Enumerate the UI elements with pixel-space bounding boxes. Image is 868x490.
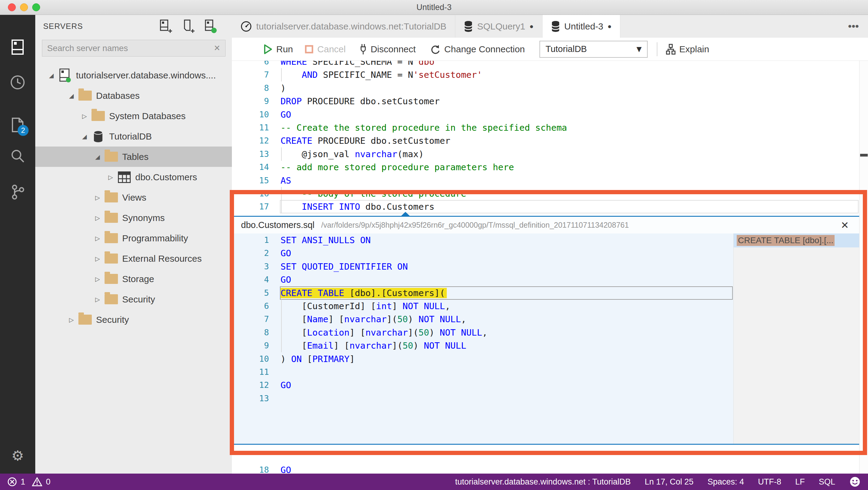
status-encoding[interactable]: UTF-8 xyxy=(758,477,781,487)
code-text: GO xyxy=(281,273,291,286)
code-line-18: 18GO xyxy=(232,463,859,473)
feedback-smiley-icon[interactable] xyxy=(849,476,861,488)
status-eol[interactable]: LF xyxy=(795,477,805,487)
open-editors-badge: 2 xyxy=(18,125,29,136)
tree-item-label: External Resources xyxy=(122,253,202,264)
tree-item-tutorialserver-database-windows-[interactable]: ◢tutorialserver.database.windows.... xyxy=(35,65,232,85)
tree-item-programmability[interactable]: ▷Programmability xyxy=(35,228,232,248)
cancel-button[interactable]: Cancel xyxy=(305,44,346,54)
tree-item-label: Programmability xyxy=(122,233,188,243)
dashboard-icon xyxy=(240,21,252,32)
peek-references-panel: CREATE TABLE [dbo].[... xyxy=(733,234,859,444)
close-icon[interactable]: ✕ xyxy=(841,219,849,231)
new-server-group-button[interactable] xyxy=(182,19,195,34)
tab-untitled-3[interactable]: Untitled-3● xyxy=(542,15,621,38)
sidebar-header: SERVERS xyxy=(35,15,232,37)
active-connections-button[interactable] xyxy=(205,19,217,34)
tree-item-security[interactable]: ▷Security xyxy=(35,309,232,330)
change-connection-button[interactable]: Change Connection xyxy=(430,44,525,55)
twisty-collapsed-icon[interactable]: ▷ xyxy=(92,235,103,242)
twisty-collapsed-icon[interactable]: ▷ xyxy=(105,174,116,181)
tree-item-system-databases[interactable]: ▷System Databases xyxy=(35,106,232,126)
sql-editor[interactable]: 6WHERE SPECIFIC_SCHEMA = N'dbo'7 AND SPE… xyxy=(232,61,868,473)
tab-label: SQLQuery1 xyxy=(477,21,525,32)
servers-icon[interactable] xyxy=(0,35,35,59)
code-text: GO xyxy=(281,378,291,392)
peek-file-path: /var/folders/9p/x5j8hphj42x95f26rn6r_gc4… xyxy=(321,221,629,229)
error-count[interactable]: 1 xyxy=(21,477,25,487)
source-control-icon[interactable] xyxy=(0,180,35,204)
folder-icon xyxy=(76,91,94,101)
folder-icon xyxy=(103,253,120,264)
tree-item-dbo-customers[interactable]: ▷dbo.Customers xyxy=(35,167,232,187)
twisty-expanded-icon[interactable]: ◢ xyxy=(46,72,57,79)
line-number: 11 xyxy=(232,365,269,379)
tree-item-synonyms[interactable]: ▷Synonyms xyxy=(35,208,232,228)
search-icon[interactable] xyxy=(0,144,35,168)
tree-item-label: Security xyxy=(96,315,129,325)
line-number: 12 xyxy=(232,378,269,392)
twisty-collapsed-icon[interactable]: ▷ xyxy=(92,296,103,303)
warning-icon[interactable] xyxy=(32,477,42,487)
run-button[interactable]: Run xyxy=(264,44,293,54)
warning-count[interactable]: 0 xyxy=(46,477,51,487)
code-text: CREATE TABLE [dbo].[Customers]( xyxy=(281,286,447,300)
dirty-indicator[interactable]: ● xyxy=(608,23,612,30)
status-language-mode[interactable]: SQL xyxy=(819,477,835,487)
disconnect-label: Disconnect xyxy=(370,44,415,54)
editor-scrollbar[interactable] xyxy=(859,61,868,473)
more-actions-icon[interactable]: ••• xyxy=(848,15,859,38)
twisty-expanded-icon[interactable]: ◢ xyxy=(92,153,103,160)
run-label: Run xyxy=(276,44,293,54)
twisty-collapsed-icon[interactable]: ▷ xyxy=(79,113,90,120)
code-line-6: 6 [CustomerId] [int] NOT NULL, xyxy=(232,299,733,313)
tree-item-tables[interactable]: ◢Tables xyxy=(35,147,232,167)
reference-list-item[interactable]: CREATE TABLE [dbo].[... xyxy=(734,234,859,247)
line-number: 3 xyxy=(232,260,269,273)
status-indentation[interactable]: Spaces: 4 xyxy=(708,477,744,487)
clear-search-icon[interactable]: ✕ xyxy=(214,43,225,53)
disconnect-button[interactable]: Disconnect xyxy=(360,43,415,55)
folder-icon xyxy=(103,233,120,243)
tree-item-external-resources[interactable]: ▷External Resources xyxy=(35,248,232,269)
tree-item-tutorialdb[interactable]: ◢TutorialDB xyxy=(35,126,232,147)
tree-item-databases[interactable]: ◢Databases xyxy=(35,85,232,106)
database-selector-dropdown[interactable]: TutorialDB ▼ xyxy=(539,41,648,58)
tab-bar: tutorialserver.database.windows.net:Tuto… xyxy=(232,15,868,38)
status-cursor-position[interactable]: Ln 17, Col 25 xyxy=(645,477,693,487)
tab-tutorialserver-database-windows-net-tutorialdb[interactable]: tutorialserver.database.windows.net:Tuto… xyxy=(232,15,455,38)
scrollbar-thumb[interactable] xyxy=(860,154,868,157)
twisty-collapsed-icon[interactable]: ▷ xyxy=(92,214,103,222)
twisty-collapsed-icon[interactable]: ▷ xyxy=(92,275,103,283)
peek-code-editor[interactable]: 1SET ANSI_NULLS ON2GO3SET QUOTED_IDENTIF… xyxy=(232,234,733,444)
task-history-icon[interactable] xyxy=(0,70,35,95)
twisty-expanded-icon[interactable]: ◢ xyxy=(79,133,90,140)
tab-label: Untitled-3 xyxy=(564,21,603,32)
twisty-collapsed-icon[interactable]: ▷ xyxy=(92,194,103,201)
error-icon[interactable] xyxy=(7,477,17,487)
open-editors-icon[interactable]: 2 xyxy=(0,113,35,137)
search-input[interactable] xyxy=(42,43,214,53)
new-connection-button[interactable] xyxy=(160,19,172,34)
tree-item-storage[interactable]: ▷Storage xyxy=(35,269,232,289)
chevron-down-icon: ▼ xyxy=(637,45,642,53)
tab-sqlquery1[interactable]: SQLQuery1● xyxy=(455,15,542,38)
dirty-indicator[interactable]: ● xyxy=(529,23,533,30)
explain-button[interactable]: Explain xyxy=(666,44,709,55)
line-number: 9 xyxy=(232,339,269,352)
twisty-collapsed-icon[interactable]: ▷ xyxy=(66,316,76,324)
settings-gear-icon[interactable]: ⚙ xyxy=(0,443,35,468)
twisty-collapsed-icon[interactable]: ▷ xyxy=(92,255,103,262)
tree-item-security[interactable]: ▷Security xyxy=(35,289,232,309)
tree-item-views[interactable]: ▷Views xyxy=(35,187,232,208)
twisty-expanded-icon[interactable]: ◢ xyxy=(66,92,76,99)
code-text: [CustomerId] [int] NOT NULL, xyxy=(281,299,451,313)
code-line-12: 12GO xyxy=(232,378,733,392)
disconnect-plug-icon xyxy=(360,43,367,55)
line-number: 13 xyxy=(232,392,269,405)
run-icon xyxy=(264,44,273,54)
code-text: GO xyxy=(281,247,291,260)
status-connection-status[interactable]: tutorialserver.database.windows.net : Tu… xyxy=(455,477,631,487)
server-search-box[interactable]: ✕ xyxy=(42,40,225,57)
code-text: ) ON [PRIMARY] xyxy=(281,352,355,366)
